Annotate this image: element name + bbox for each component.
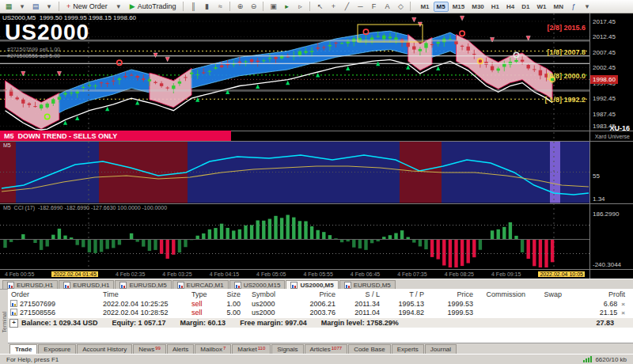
trade-row[interactable]: 2715076992022.02.04 10:25:25sell1.00us20… <box>8 299 633 308</box>
chart-tab-eurusd-h1[interactable]: EURUSD,H1 <box>59 280 114 289</box>
timeframe-button-m5[interactable]: M5 <box>434 2 449 12</box>
new-chart-icon[interactable]: ▦ <box>2 1 15 12</box>
cci-indicator-label: M5 CCI (17) -182.6990 -182.6990 -127.663… <box>3 205 167 210</box>
terminal-tab-journal[interactable]: Journal <box>425 344 457 354</box>
indicator-axis-label: 1.34 <box>593 195 605 203</box>
column-header-price[interactable]: Price <box>432 290 481 298</box>
chart-tab-us2000-m5[interactable]: US2000,M5 <box>286 280 338 289</box>
chart-tab-icon <box>7 282 14 289</box>
chart-tab-icon <box>177 282 184 289</box>
murrey-level-label: [1/8] 2007.8 <box>547 48 586 56</box>
close-order-icon[interactable]: × <box>621 309 625 317</box>
terminal-tab-experts[interactable]: Experts <box>392 344 424 354</box>
trade-row[interactable]: 2715085562022.02.04 10:28:52sell5.00us20… <box>8 308 633 317</box>
chart-dropdown-icon[interactable]: ▾ <box>16 1 28 12</box>
text-label-icon[interactable]: A <box>381 1 393 12</box>
order-symbol: us2000 <box>248 309 294 317</box>
chart-tab-eurusd-h1[interactable]: EURUSD,H1 <box>2 280 58 289</box>
crosshair-icon[interactable]: + <box>327 1 339 12</box>
chart-tab-icon <box>63 282 70 289</box>
timeframe-button-m15[interactable]: M15 <box>449 2 468 12</box>
timeframe-button-h1[interactable]: H1 <box>488 2 502 12</box>
shapes-icon[interactable]: ◇ <box>394 1 407 12</box>
line-chart-icon[interactable]: ≈ <box>214 1 226 12</box>
column-header-size[interactable]: Size <box>220 290 248 298</box>
equity-value: Equity: 1 057.17 <box>112 319 166 327</box>
order-symbol: us2000 <box>248 300 294 308</box>
toolbar-separator <box>229 2 230 11</box>
column-header-s-l[interactable]: S / L <box>343 290 388 298</box>
column-header-commission[interactable]: Commission <box>481 290 533 298</box>
auto-scroll-icon[interactable]: ▸ <box>280 1 293 12</box>
tab-count-badge: 110 <box>258 346 266 351</box>
toolbar-separator <box>410 2 411 11</box>
new-order-button[interactable]: +New Order <box>63 1 112 12</box>
chart-tab-eurusd-m5[interactable]: EURUSD,M5 <box>339 280 396 289</box>
terminal-tab-mailbox[interactable]: Mailbox7 <box>195 344 231 354</box>
order-tp: 1995.13 <box>388 300 432 308</box>
timeframe-button-w1[interactable]: W1 <box>533 2 549 12</box>
free-margin-value: Free margin: 997.04 <box>240 319 307 327</box>
chart-area[interactable]: US2000,M5 1999.50 1999.95 1998.15 1998.6… <box>0 13 633 279</box>
chart-tab-us2000-m15[interactable]: US2000,M15 <box>229 280 286 289</box>
order-type-icon <box>10 309 17 316</box>
column-header-price[interactable]: Price <box>294 290 343 298</box>
templates-dropdown-icon[interactable]: ▾ <box>581 1 593 12</box>
price-chart-canvas <box>0 13 633 279</box>
timeframe-button-m1[interactable]: M1 <box>417 2 432 12</box>
status-help-text: For Help, press F1 <box>6 356 59 363</box>
zoom-in-icon[interactable]: ⊕ <box>233 1 246 12</box>
timeframe-button-mn[interactable]: MN <box>550 2 566 12</box>
chart-tab-eurcad-m1[interactable]: EURCAD,M1 <box>172 280 229 289</box>
close-order-icon[interactable]: × <box>621 301 625 308</box>
column-header-t-p[interactable]: T / P <box>388 290 432 298</box>
terminal-tab-market[interactable]: Market110 <box>232 344 271 354</box>
terminal-tab-alerts[interactable]: Alerts <box>167 344 194 354</box>
timeframe-button-h4[interactable]: H4 <box>503 2 517 12</box>
zoom-out-icon[interactable]: ⊖ <box>247 1 260 12</box>
fibonacci-icon[interactable]: F <box>367 1 380 12</box>
column-header-time[interactable]: Time <box>100 290 188 298</box>
terminal-tab-exposure[interactable]: Exposure <box>38 344 76 354</box>
bar-chart-icon[interactable]: ║ <box>187 1 199 12</box>
trendline-icon[interactable]: ╱ <box>340 1 353 12</box>
autotrading-button[interactable]: ▶AutoTrading <box>126 1 180 12</box>
terminal-tab-news[interactable]: News99 <box>133 344 166 354</box>
profiles-dropdown-icon[interactable]: ▾ <box>43 1 55 12</box>
balance-value: Balance: 1 029.34 USD <box>21 319 98 327</box>
price-axis-label: 2017.45 <box>593 18 616 25</box>
column-header-order[interactable]: Order <box>8 290 100 298</box>
chart-shift-icon[interactable]: ▹ <box>294 1 306 12</box>
connection-status: 6620/10 kb <box>583 356 627 363</box>
price-axis-label: 2012.45 <box>593 33 616 40</box>
indicators-icon[interactable]: ƒ <box>567 1 580 12</box>
trend-banner: M5 DOWN TREND - SELLS ONLY <box>0 131 231 141</box>
terminal-tab-account-history[interactable]: Account History <box>77 344 132 354</box>
chart-tab-icon <box>234 282 241 289</box>
tile-windows-icon[interactable]: ▣ <box>267 1 279 12</box>
expand-icon[interactable]: + <box>9 319 18 328</box>
column-header-profit[interactable]: Profit <box>570 290 633 298</box>
mt4-window: ▦▾▤▾+New Order▾▶AutoTrading║▮≈⊕⊖▣▸▹↖+╱─F… <box>0 0 633 364</box>
tab-count-badge: 7 <box>223 346 226 351</box>
terminal-tab-signals[interactable]: Signals <box>271 344 303 354</box>
column-header-type[interactable]: Type <box>188 290 220 298</box>
horizontal-line-icon[interactable]: ─ <box>354 1 366 12</box>
terminal-tab-trade[interactable]: Trade <box>9 344 37 354</box>
column-header-symbol[interactable]: Symbol <box>248 290 294 298</box>
candlestick-chart-icon[interactable]: ▮ <box>200 1 213 12</box>
profiles-icon[interactable]: ▤ <box>29 1 42 12</box>
timeframe-button-m30[interactable]: M30 <box>468 2 487 12</box>
price-axis-label: 2007.45 <box>593 49 616 56</box>
cursor-icon[interactable]: ↖ <box>313 1 326 12</box>
new-order-dropdown-icon[interactable]: ▾ <box>112 1 125 12</box>
timeframe-button-d1[interactable]: D1 <box>518 2 533 12</box>
time-axis-label: 4 Feb 07:35 <box>397 271 426 277</box>
timeframe-buttons: M1M5M15M30H1H4D1W1MN <box>417 2 567 12</box>
chart-tab-eurusd-m5[interactable]: EURUSD,M5 <box>115 280 171 289</box>
margin-level-value: Margin level: 1758.29% <box>321 319 399 327</box>
time-axis-label: 2022.02.04 01:45 <box>51 271 98 277</box>
terminal-tab-articles[interactable]: Articles1077 <box>305 344 348 354</box>
column-header-swap[interactable]: Swap <box>533 290 570 298</box>
terminal-tab-code-base[interactable]: Code Base <box>348 344 391 354</box>
